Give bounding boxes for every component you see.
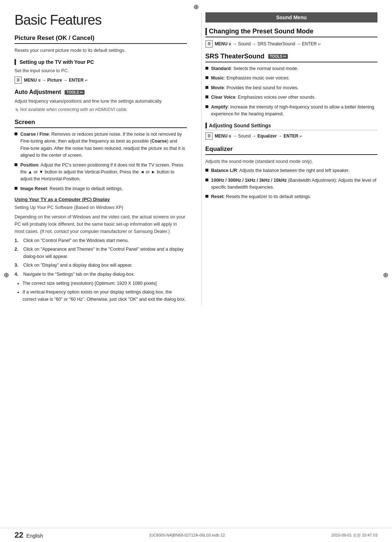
changing-preset-title: Changing the Preset Sound Mode [205, 28, 378, 37]
auto-adjustment-body: Adjust frequency values/positions and fi… [15, 98, 187, 105]
page-number-area: 22 English [15, 530, 43, 540]
menu-icon: ☰ [205, 132, 213, 140]
srs-theater-title: SRS TheaterSound TOOLS ✂ [205, 53, 378, 62]
dot-frequency: If a vertical-frequency option exists on… [23, 289, 187, 303]
step-1: 1. Click on "Control Panel" on the Windo… [15, 237, 187, 244]
content-area: Basic Features Picture Reset (OK / Cance… [0, 12, 392, 305]
setting-tv-title: Setting up the TV with Your PC [15, 59, 187, 65]
srs-bullet-clear-voice: Clear Voice: Emphasizes voices over othe… [205, 94, 378, 101]
bullet-icon [205, 67, 208, 70]
adjusting-sound-menu-path: ☰ MENU Ⅲ → Sound → Equalizer → ENTER ↵ [205, 132, 378, 140]
equalizer-section: Equalizer Adjusts the sound mode (standa… [205, 145, 378, 201]
srs-bullet-list: Standard: Selects the normal sound mode.… [205, 65, 378, 118]
auto-adjustment-title: Auto Adjustment TOOLS ✂ [15, 89, 187, 95]
bullet-icon [15, 132, 17, 135]
picture-reset-body: Resets your current picture mode to its … [15, 47, 187, 54]
adjusting-sound-path-text: MENU Ⅲ → Sound → Equalizer → ENTER ↵ [215, 134, 303, 139]
srs-bullet-music: Music: Emphasizes music over voices. [205, 75, 378, 82]
bullet-icon [205, 95, 208, 98]
screen-bullet-list: Coarse / Fine: Removes or reduces pictur… [15, 131, 187, 192]
right-compass-icon: ⊕ [383, 271, 388, 279]
setting-tv-section: Setting up the TV with Your PC Set the i… [15, 59, 187, 84]
eq-bullet-balance: Balance L/R: Adjusts the balance between… [205, 167, 378, 174]
pc-display-subtitle: Using Your TV as a Computer (PC) Display [15, 197, 187, 202]
page-label: English [26, 533, 43, 539]
eq-bullet-hz: 100Hz / 300Hz / 1kHz / 3kHz / 10kHz (Ban… [205, 177, 378, 191]
srs-bullet-movie: Movie: Provides the best sound for movie… [205, 85, 378, 91]
bullet-icon [205, 169, 208, 172]
left-column: Basic Features Picture Reset (OK / Cance… [15, 12, 191, 305]
menu-icon: ☰ [205, 40, 213, 48]
page-number: 22 [15, 530, 23, 539]
srs-theater-section: SRS TheaterSound TOOLS ✂ Standard: Selec… [205, 53, 378, 118]
changing-preset-section: Changing the Preset Sound Mode ☰ MENU Ⅲ … [205, 28, 378, 48]
top-compass-icon: ⊕ [0, 0, 392, 12]
screen-title: Screen [15, 119, 187, 128]
adjusting-sound-title: Adjusting Sound Settings [205, 123, 378, 130]
changing-preset-menu-path: ☰ MENU Ⅲ → Sound → SRS TheaterSound → EN… [205, 40, 378, 48]
eq-bullet-reset: Reset: Resets the equalizer to its defau… [205, 193, 378, 200]
page-title: Basic Features [15, 12, 187, 28]
page-footer: 22 English [UC8000-NA]BN68-02712A-06L03.… [0, 528, 392, 542]
footer-file-info: [UC8000-NA]BN68-02712A-06L03.indb 22 [150, 533, 225, 537]
picture-reset-title: Picture Reset (OK / Cancel) [15, 34, 187, 44]
sound-menu-header: Sound Menu [205, 12, 378, 22]
pc-display-steps: 1. Click on "Control Panel" on the Windo… [15, 237, 187, 278]
bullet-icon [205, 105, 208, 108]
auto-adjustment-section: Auto Adjustment TOOLS ✂ Adjust frequency… [15, 89, 187, 113]
pc-display-body2: Depending on the version of Windows and … [15, 213, 187, 235]
srs-bullet-standard: Standard: Selects the normal sound mode. [205, 65, 378, 72]
srs-bullet-amplify: Amplify: Increase the intensity of high-… [205, 104, 378, 118]
bullet-icon [15, 163, 17, 166]
pc-display-body1: Setting Up Your PC Software (Based on Wi… [15, 204, 187, 211]
screen-bullet-position: Position: Adjust the PC's screen positio… [15, 162, 187, 183]
section-bar-icon [205, 28, 207, 35]
menu-icon: ☰ [15, 77, 22, 84]
bullet-icon [15, 187, 17, 190]
pc-display-section: Using Your TV as a Computer (PC) Display… [15, 197, 187, 303]
tools-badge-srs: TOOLS ✂ [268, 54, 288, 59]
dot-resolution: The correct size setting (resolution) [O… [23, 280, 187, 287]
equalizer-title: Equalizer [205, 145, 378, 155]
right-column: Sound Menu Changing the Preset Sound Mod… [201, 12, 378, 305]
screen-section: Screen Coarse / Fine: Removes or reduces… [15, 119, 187, 303]
screen-bullet-coarse: Coarse / Fine: Removes or reduces pictur… [15, 131, 187, 159]
screen-bullet-image-reset: Image Reset: Resets the image to default… [15, 185, 187, 192]
setting-tv-path-text: MENU Ⅲ → Picture → ENTER ↵ [24, 78, 88, 83]
setting-tv-menu-path: ☰ MENU Ⅲ → Picture → ENTER ↵ [15, 77, 187, 84]
setting-tv-body: Set the input source to PC. [15, 67, 187, 74]
equalizer-bullet-list: Balance L/R: Adjusts the balance between… [205, 167, 378, 201]
step-2: 2. Click on "Appearance and Themes" in t… [15, 246, 187, 260]
bullet-icon [205, 178, 208, 181]
pc-display-dots: The correct size setting (resolution) [O… [15, 280, 187, 303]
tools-badge: TOOLS ✂ [65, 90, 84, 95]
step-4: 4. Navigate to the "Settings" tab on the… [15, 271, 187, 278]
section-bar-icon [15, 59, 16, 65]
adjusting-sound-section: Adjusting Sound Settings ☰ MENU Ⅲ → Soun… [205, 123, 378, 140]
changing-preset-path-text: MENU Ⅲ → Sound → SRS TheaterSound → ENTE… [215, 41, 321, 46]
auto-adjustment-note: ✎ Not available when connecting with an … [15, 107, 187, 113]
left-compass-icon: ⊕ [4, 271, 9, 279]
note-icon: ✎ [15, 107, 19, 113]
equalizer-body: Adjusts the sound mode (standard sound m… [205, 158, 378, 165]
bullet-icon [205, 76, 208, 79]
bullet-icon [205, 86, 208, 89]
section-bar-icon [205, 123, 207, 128]
step-3: 3. Click on "Display" and a display dial… [15, 262, 187, 269]
page-container: ⊕ Basic Features Picture Reset (OK / Can… [0, 0, 392, 542]
picture-reset-section: Picture Reset (OK / Cancel) Resets your … [15, 34, 187, 54]
bullet-icon [205, 195, 208, 198]
footer-date-info: 2010-09-01 오전 10:47 03 [331, 533, 377, 538]
